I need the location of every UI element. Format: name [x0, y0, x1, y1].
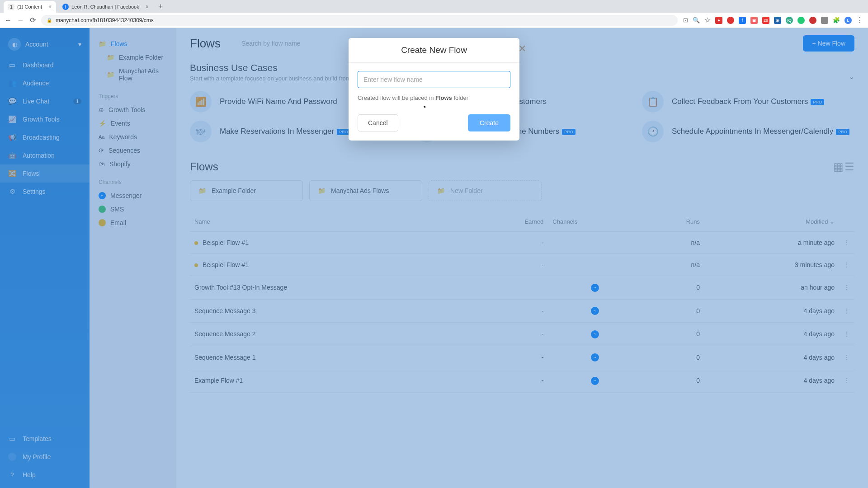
- extensions-bar: ⊡ 🔍 ☆ ● f ▣ 28 ◉ IQ 🧩 L ⋮: [683, 16, 863, 24]
- extension-icon[interactable]: 28: [762, 17, 769, 24]
- modal-overlay[interactable]: Create New Flow ✕ Created flow will be p…: [0, 28, 868, 488]
- address-bar: ← → ⟳ 🔒 manychat.com/fb181039443240309/c…: [0, 13, 868, 28]
- extension-icon[interactable]: [727, 17, 734, 24]
- reload-button[interactable]: ⟳: [30, 16, 36, 24]
- tab-favicon: 1: [8, 4, 14, 10]
- modal-title: Create New Flow: [401, 45, 467, 55]
- translate-icon[interactable]: ⊡: [683, 17, 688, 23]
- browser-tab[interactable]: f Leon R. Chaudhari | Facebook ×: [58, 1, 153, 13]
- extension-icon[interactable]: ▣: [750, 17, 758, 24]
- cursor-icon: ◂: [423, 104, 576, 109]
- extension-icon[interactable]: IQ: [786, 17, 793, 24]
- extension-icon[interactable]: [809, 17, 816, 24]
- browser-chrome: 1 (1) Content × f Leon R. Chaudhari | Fa…: [0, 0, 868, 28]
- extension-icon[interactable]: f: [739, 17, 746, 24]
- url-text: manychat.com/fb181039443240309/cms: [56, 17, 154, 23]
- star-icon[interactable]: ☆: [704, 16, 711, 24]
- modal-hint: Created flow will be placed in Flows fol…: [358, 94, 510, 101]
- browser-tab-active[interactable]: 1 (1) Content ×: [4, 1, 56, 13]
- tab-bar: 1 (1) Content × f Leon R. Chaudhari | Fa…: [0, 0, 868, 13]
- tab-title: Leon R. Chaudhari | Facebook: [71, 4, 139, 9]
- cancel-button[interactable]: Cancel: [358, 114, 398, 131]
- menu-icon[interactable]: ⋮: [856, 16, 863, 24]
- create-flow-modal: Create New Flow ✕ Created flow will be p…: [349, 38, 519, 141]
- extension-icon[interactable]: [821, 17, 828, 24]
- close-icon[interactable]: ×: [48, 4, 52, 10]
- new-tab-button[interactable]: +: [155, 2, 166, 10]
- flow-name-input[interactable]: [358, 71, 510, 88]
- app-root: ◐ Account ▾ ▭Dashboard 👥Audience 💬Live C…: [0, 28, 868, 488]
- close-icon[interactable]: ✕: [514, 41, 530, 57]
- lock-icon: 🔒: [47, 18, 52, 23]
- close-icon[interactable]: ×: [146, 4, 149, 10]
- profile-avatar[interactable]: L: [844, 17, 852, 24]
- create-button[interactable]: Create: [468, 114, 510, 131]
- url-input[interactable]: 🔒 manychat.com/fb181039443240309/cms: [41, 15, 678, 26]
- zoom-icon[interactable]: 🔍: [693, 17, 700, 23]
- extension-icon[interactable]: [797, 17, 805, 24]
- back-button[interactable]: ←: [5, 16, 12, 24]
- tab-title: (1) Content: [17, 4, 42, 9]
- tab-favicon: f: [62, 4, 69, 10]
- extensions-menu-icon[interactable]: 🧩: [833, 17, 840, 23]
- extension-icon[interactable]: ◉: [774, 17, 781, 24]
- forward-button[interactable]: →: [17, 16, 24, 24]
- extension-icon[interactable]: ●: [715, 17, 722, 24]
